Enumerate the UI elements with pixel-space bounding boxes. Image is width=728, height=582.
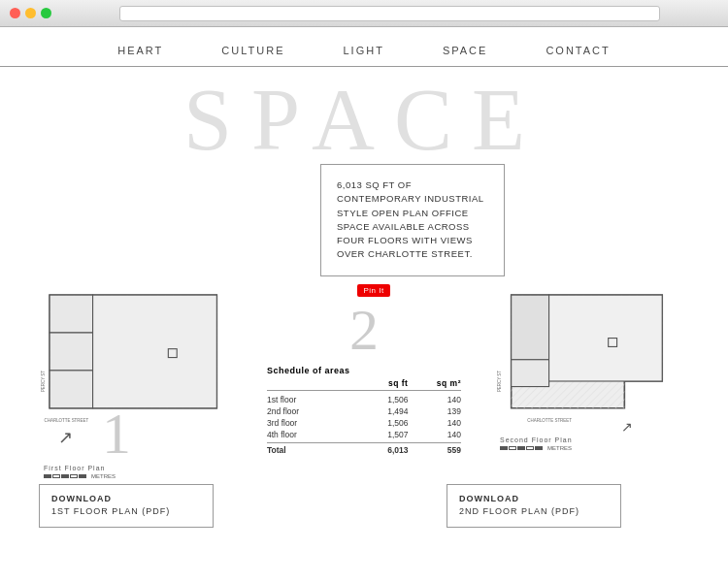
table-row: 3rd floor 1,506 140 — [267, 417, 461, 429]
floor-plan-2: CHARLOTTE STREET PERCY ST ↗ Second Floor… — [495, 284, 689, 451]
floor-plan-2-svg: CHARLOTTE STREET PERCY ST — [495, 284, 689, 424]
floor-plans-section: CHARLOTTE STREET PERCY ST ↗ 1 First Floo… — [0, 284, 728, 479]
download-btn-2[interactable]: DOWNLOAD 2ND FLOOR PLAN (PDF) — [447, 484, 621, 528]
nav-culture[interactable]: CULTURE — [221, 45, 284, 56]
download-btn-2-line1: DOWNLOAD — [459, 493, 609, 506]
table-row: 1st floor 1,506 140 — [267, 394, 461, 405]
floor-number-2: 2 — [349, 301, 379, 359]
svg-rect-13 — [512, 295, 549, 360]
plan-2-scale: METRES — [547, 445, 572, 451]
svg-rect-3 — [50, 295, 92, 333]
close-button[interactable] — [10, 8, 20, 18]
svg-rect-14 — [512, 359, 549, 386]
pin-button[interactable]: Pin It — [357, 284, 389, 297]
navigation: HEART CULTURE LIGHT SPACE CONTACT — [0, 27, 728, 67]
svg-rect-4 — [50, 332, 92, 370]
svg-text:CHARLOTTE STREET: CHARLOTTE STREET — [527, 418, 572, 423]
schedule-header: sq ft sq m² — [267, 378, 461, 391]
nav-space[interactable]: SPACE — [443, 45, 487, 56]
center-column: Pin It 2 Schedule of areas sq ft sq m² 1… — [243, 284, 485, 456]
address-bar[interactable] — [119, 6, 660, 21]
browser-chrome — [0, 0, 728, 27]
svg-rect-15 — [549, 295, 663, 381]
svg-text:PERCY ST: PERCY ST — [497, 370, 502, 391]
plan-1-number: 1 — [102, 404, 131, 463]
svg-rect-5 — [50, 370, 92, 407]
traffic-lights — [10, 8, 51, 18]
download-btn-1-line1: DOWNLOAD — [51, 493, 201, 506]
description-box: 6,013 SQ FT OF CONTEMPORARY INDUSTRIAL S… — [320, 164, 505, 276]
download-btn-1[interactable]: DOWNLOAD 1ST FLOOR PLAN (PDF) — [39, 484, 214, 528]
download-btn-1-line2: 1ST FLOOR PLAN (PDF) — [51, 505, 201, 519]
table-row: 2nd floor 1,494 139 — [267, 405, 461, 417]
nav-heart[interactable]: HEART — [117, 45, 163, 56]
nav-contact[interactable]: CONTACT — [546, 45, 610, 56]
maximize-button[interactable] — [41, 8, 51, 18]
schedule-table: Schedule of areas sq ft sq m² 1st floor … — [267, 366, 461, 456]
schedule-title: Schedule of areas — [267, 366, 461, 375]
download-btn-2-line2: 2ND FLOOR PLAN (PDF) — [459, 505, 609, 519]
nav-light[interactable]: LIGHT — [343, 45, 383, 56]
svg-rect-6 — [93, 295, 217, 408]
page: HEART CULTURE LIGHT SPACE CONTACT SPACE … — [0, 27, 728, 582]
minimize-button[interactable] — [25, 8, 36, 18]
floor-plan-1: CHARLOTTE STREET PERCY ST ↗ 1 First Floo… — [39, 284, 233, 479]
downloads-section: DOWNLOAD 1ST FLOOR PLAN (PDF) DOWNLOAD 2… — [0, 484, 728, 528]
plan-1-label: First Floor Plan — [44, 465, 105, 471]
plan-1-scale: METRES — [91, 473, 116, 479]
table-total-row: Total 6,013 559 — [267, 442, 461, 456]
svg-text:PERCY ST: PERCY ST — [41, 370, 46, 391]
table-row: 4th floor 1,507 140 — [267, 429, 461, 440]
floor-plan-1-svg: CHARLOTTE STREET PERCY ST — [39, 284, 233, 424]
plan-2-label: Second Floor Plan — [500, 436, 573, 443]
